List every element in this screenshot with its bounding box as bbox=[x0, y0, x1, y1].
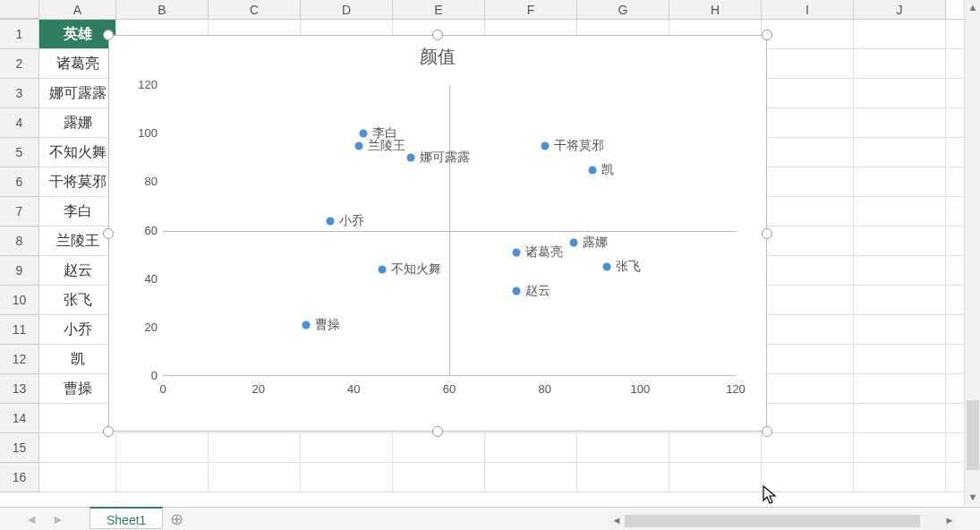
cell-J14[interactable] bbox=[854, 404, 946, 432]
cell-J15[interactable] bbox=[854, 433, 946, 462]
embedded-chart[interactable]: 颜值 020406080100120020406080100120李白兰陵王娜可… bbox=[108, 35, 767, 432]
cell-I14[interactable] bbox=[762, 404, 854, 432]
row-header-5[interactable]: 5 bbox=[0, 138, 39, 167]
row-header-14[interactable]: 14 bbox=[0, 404, 39, 433]
row-header-8[interactable]: 8 bbox=[0, 227, 39, 256]
tab-nav-buttons[interactable]: ◄ ► bbox=[0, 508, 89, 530]
data-point[interactable] bbox=[589, 166, 597, 174]
column-header-D[interactable]: D bbox=[301, 0, 393, 19]
cell-I10[interactable] bbox=[762, 286, 854, 314]
row-header-9[interactable]: 9 bbox=[0, 256, 39, 286]
add-sheet-button[interactable]: ⊕ bbox=[163, 509, 190, 529]
cell-I8[interactable] bbox=[762, 227, 854, 255]
cell-G16[interactable] bbox=[577, 463, 669, 492]
cell-J8[interactable] bbox=[854, 227, 946, 255]
cell-A7[interactable]: 李白 bbox=[39, 197, 116, 226]
row-header-10[interactable]: 10 bbox=[0, 286, 39, 315]
select-all-corner[interactable] bbox=[0, 0, 39, 19]
plot-area[interactable]: 020406080100120020406080100120李白兰陵王娜可露露干… bbox=[163, 85, 736, 403]
cell-I4[interactable] bbox=[762, 108, 854, 137]
row-header-15[interactable]: 15 bbox=[0, 433, 39, 463]
cell-C15[interactable] bbox=[209, 433, 301, 462]
cell-I6[interactable] bbox=[762, 167, 854, 196]
row-header-11[interactable]: 11 bbox=[0, 315, 39, 345]
data-point[interactable] bbox=[512, 287, 520, 295]
cell-J13[interactable] bbox=[854, 374, 946, 403]
column-header-I[interactable]: I bbox=[762, 0, 854, 19]
sheet-tab-active[interactable]: Sheet1 bbox=[89, 507, 163, 529]
resize-handle-t[interactable] bbox=[432, 30, 443, 40]
row-header-3[interactable]: 3 bbox=[0, 79, 39, 108]
cell-J12[interactable] bbox=[854, 345, 946, 373]
resize-handle-tl[interactable] bbox=[103, 30, 114, 40]
cell-I11[interactable] bbox=[762, 315, 854, 344]
cell-I3[interactable] bbox=[762, 79, 854, 107]
cell-I2[interactable] bbox=[762, 49, 854, 78]
column-header-B[interactable]: B bbox=[116, 0, 209, 19]
cell-A4[interactable]: 露娜 bbox=[39, 108, 116, 137]
resize-handle-bl[interactable] bbox=[103, 426, 114, 437]
cell-F15[interactable] bbox=[485, 433, 577, 462]
scroll-left-button[interactable]: ◄ bbox=[609, 513, 625, 529]
cell-A12[interactable]: 凯 bbox=[39, 345, 116, 373]
row-header-2[interactable]: 2 bbox=[0, 49, 39, 79]
vertical-scrollbar[interactable]: ▲ ▼ bbox=[964, 0, 980, 506]
resize-handle-l[interactable] bbox=[103, 228, 114, 239]
scroll-right-button[interactable]: ► bbox=[942, 513, 958, 529]
cell-E15[interactable] bbox=[393, 433, 485, 462]
cell-J9[interactable] bbox=[854, 256, 946, 285]
cell-H15[interactable] bbox=[669, 433, 762, 462]
data-point[interactable] bbox=[354, 141, 362, 150]
cell-B15[interactable] bbox=[116, 433, 209, 462]
cell-D15[interactable] bbox=[301, 433, 393, 462]
column-header-H[interactable]: H bbox=[669, 0, 762, 19]
cell-J11[interactable] bbox=[854, 315, 946, 344]
cell-B16[interactable] bbox=[116, 463, 209, 492]
cell-C16[interactable] bbox=[209, 463, 301, 492]
spreadsheet-grid[interactable]: ABCDEFGHIJ 12345678910111213141516 英雄诸葛亮… bbox=[0, 0, 967, 506]
tab-nav-next-icon[interactable]: ► bbox=[52, 512, 64, 526]
cell-A6[interactable]: 干将莫邪 bbox=[39, 167, 116, 196]
row-header-1[interactable]: 1 bbox=[0, 20, 39, 49]
resize-handle-b[interactable] bbox=[432, 426, 443, 437]
cell-J3[interactable] bbox=[854, 79, 946, 107]
cell-A9[interactable]: 赵云 bbox=[39, 256, 116, 285]
cell-H16[interactable] bbox=[669, 463, 762, 492]
resize-handle-r[interactable] bbox=[762, 228, 772, 239]
cell-J7[interactable] bbox=[854, 197, 946, 226]
row-header-7[interactable]: 7 bbox=[0, 197, 39, 227]
scroll-up-button[interactable]: ▲ bbox=[965, 0, 980, 16]
row-header-6[interactable]: 6 bbox=[0, 167, 39, 197]
cell-J16[interactable] bbox=[854, 463, 946, 492]
cell-A10[interactable]: 张飞 bbox=[39, 286, 116, 314]
scroll-down-button[interactable]: ▼ bbox=[965, 490, 980, 506]
horizontal-scrollbar[interactable]: ◄ ► bbox=[609, 513, 958, 529]
row-header-4[interactable]: 4 bbox=[0, 108, 39, 138]
cell-I16[interactable] bbox=[762, 463, 854, 492]
data-point[interactable] bbox=[512, 248, 520, 256]
column-header-E[interactable]: E bbox=[393, 0, 485, 19]
cell-A16[interactable] bbox=[39, 463, 116, 492]
cell-G15[interactable] bbox=[577, 433, 669, 462]
row-header-12[interactable]: 12 bbox=[0, 345, 39, 374]
cell-J6[interactable] bbox=[854, 167, 946, 196]
chart-title[interactable]: 颜值 bbox=[109, 45, 766, 69]
cell-I13[interactable] bbox=[762, 374, 854, 403]
cell-D16[interactable] bbox=[301, 463, 393, 492]
cell-A2[interactable]: 诸葛亮 bbox=[39, 49, 116, 78]
data-point[interactable] bbox=[569, 239, 577, 247]
data-point[interactable] bbox=[407, 154, 415, 162]
cell-J10[interactable] bbox=[854, 286, 946, 314]
column-header-A[interactable]: A bbox=[39, 0, 116, 19]
tab-nav-prev-icon[interactable]: ◄ bbox=[25, 512, 38, 526]
cell-I1[interactable] bbox=[762, 20, 854, 48]
resize-handle-br[interactable] bbox=[762, 426, 772, 437]
cell-A11[interactable]: 小乔 bbox=[39, 315, 116, 344]
data-point[interactable] bbox=[379, 265, 387, 273]
cell-I7[interactable] bbox=[762, 197, 854, 226]
row-header-16[interactable]: 16 bbox=[0, 463, 39, 492]
cell-A5[interactable]: 不知火舞 bbox=[39, 138, 116, 167]
cell-E16[interactable] bbox=[393, 463, 485, 492]
column-header-G[interactable]: G bbox=[577, 0, 669, 19]
cell-I15[interactable] bbox=[762, 433, 854, 462]
